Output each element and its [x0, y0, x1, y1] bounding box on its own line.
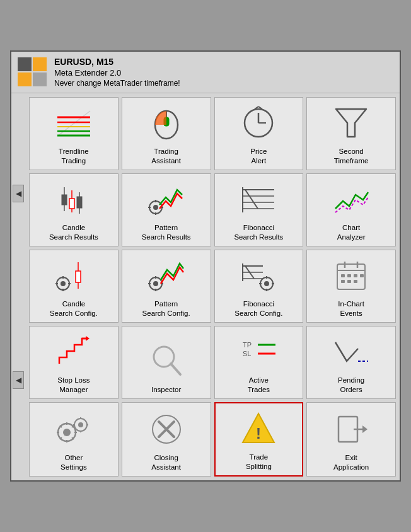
chart-analyzer-button[interactable]: ChartAnalyzer — [306, 173, 396, 246]
second-timeframe-button[interactable]: SecondTimeframe — [306, 97, 396, 170]
other-settings-label: OtherSettings — [61, 453, 87, 472]
price-alert-label: PriceAlert — [250, 147, 267, 166]
inspector-label: Inspector — [151, 385, 181, 395]
in-chart-events-label: In-ChartEvents — [338, 299, 364, 318]
svg-line-76 — [171, 364, 180, 374]
svg-rect-70 — [347, 280, 351, 283]
svg-point-46 — [153, 281, 158, 286]
exit-application-button[interactable]: ExitApplication — [306, 402, 396, 477]
fibonacci-search-config-icon — [238, 255, 279, 296]
candle-search-results-label: CandleSearch Results — [49, 223, 98, 242]
svg-text:!: ! — [256, 425, 261, 442]
product-label: Meta Extender 2.0 — [54, 68, 180, 78]
stop-loss-manager-button[interactable]: Stop LossManager — [29, 326, 119, 399]
active-trades-button[interactable]: TP SL ActiveTrades — [214, 326, 304, 399]
logo — [18, 57, 48, 88]
in-chart-events-icon — [331, 255, 371, 296]
pair-label: EURUSD, M15 — [54, 57, 180, 67]
active-trades-label: ActiveTrades — [248, 376, 270, 395]
closing-assistant-icon — [146, 409, 187, 449]
svg-rect-69 — [341, 280, 345, 283]
price-alert-button[interactable]: PriceAlert — [214, 97, 304, 170]
arrow-up-button[interactable]: ◀ — [13, 185, 24, 202]
svg-text:SL: SL — [243, 350, 251, 357]
svg-rect-44 — [76, 271, 81, 282]
grid-container: TrendlineTrading TradingAssistant — [25, 93, 400, 480]
trade-splitting-icon: ! — [238, 408, 279, 449]
svg-marker-18 — [336, 109, 366, 137]
trendline-trading-label: TrendlineTrading — [59, 147, 89, 166]
pattern-search-results-label: PatternSearch Results — [142, 223, 191, 242]
svg-rect-0 — [18, 57, 32, 71]
svg-rect-3 — [33, 72, 47, 86]
svg-rect-20 — [62, 195, 67, 205]
chart-analyzer-label: ChartAnalyzer — [337, 223, 366, 242]
svg-rect-24 — [77, 197, 82, 208]
trading-assistant-label: TradingAssistant — [151, 147, 181, 166]
second-timeframe-label: SecondTimeframe — [334, 147, 369, 166]
pattern-search-config-button[interactable]: PatternSearch Config. — [122, 250, 211, 323]
svg-rect-67 — [347, 274, 351, 277]
svg-rect-66 — [341, 274, 345, 277]
content-area: ◀ ◀ TrendlineTrading — [11, 93, 400, 480]
pattern-search-config-label: PatternSearch Config. — [142, 299, 190, 318]
trade-splitting-button[interactable]: ! TradeSplitting — [214, 402, 304, 477]
svg-point-52 — [264, 281, 269, 286]
in-chart-events-button[interactable]: In-ChartEvents — [306, 250, 396, 323]
svg-line-36 — [245, 190, 258, 209]
svg-rect-1 — [33, 57, 47, 71]
other-settings-button[interactable]: OtherSettings — [29, 402, 119, 477]
pattern-search-results-button[interactable]: PatternSearch Results — [122, 173, 211, 246]
svg-rect-2 — [18, 72, 32, 86]
left-side-arrows: ◀ ◀ — [11, 93, 25, 480]
price-alert-icon — [238, 103, 279, 143]
pattern-search-config-icon — [146, 255, 187, 296]
fibonacci-search-config-button[interactable]: FibonacciSearch Config. — [214, 250, 304, 323]
chart-analyzer-icon — [331, 179, 371, 219]
pending-orders-button[interactable]: PendingOrders — [306, 326, 396, 399]
closing-assistant-button[interactable]: ClosingAssistant — [122, 402, 211, 477]
trendline-trading-button[interactable]: TrendlineTrading — [29, 97, 119, 170]
svg-point-93 — [78, 422, 83, 427]
trade-splitting-label: TradeSplitting — [246, 453, 272, 471]
svg-rect-68 — [354, 274, 357, 277]
candle-search-results-button[interactable]: CandleSearch Results — [29, 173, 119, 246]
stop-loss-manager-icon — [54, 332, 94, 372]
svg-point-26 — [153, 205, 158, 210]
candle-search-config-label: CandleSearch Config. — [50, 299, 98, 318]
fibonacci-search-results-button[interactable]: FibonacciSearch Results — [214, 173, 304, 246]
stop-loss-manager-label: Stop LossManager — [57, 376, 90, 395]
second-timeframe-icon — [331, 103, 371, 143]
trendline-icon — [54, 103, 94, 143]
fibonacci-search-config-label: FibonacciSearch Config. — [234, 299, 282, 318]
inspector-button[interactable]: Inspector — [122, 326, 211, 399]
svg-rect-72 — [360, 274, 364, 277]
svg-rect-71 — [354, 280, 357, 283]
svg-rect-22 — [69, 199, 74, 209]
fibonacci-search-results-label: FibonacciSearch Results — [234, 223, 283, 242]
arrow-down-button[interactable]: ◀ — [13, 371, 24, 389]
exit-application-icon — [331, 409, 371, 449]
svg-line-4 — [57, 111, 90, 136]
pending-orders-label: PendingOrders — [338, 376, 364, 395]
svg-point-83 — [63, 429, 71, 436]
header-text: EURUSD, M15 Meta Extender 2.0 Never chan… — [54, 57, 180, 88]
svg-marker-105 — [362, 425, 368, 433]
candle-search-results-icon — [54, 179, 94, 219]
warning-label: Never change MetaTrader timeframe! — [54, 79, 180, 88]
svg-text:TP: TP — [243, 341, 252, 349]
fibonacci-search-results-icon — [238, 179, 279, 219]
trading-assistant-button[interactable]: TradingAssistant — [122, 97, 211, 170]
active-trades-icon: TP SL — [238, 332, 279, 372]
header: EURUSD, M15 Meta Extender 2.0 Never chan… — [11, 52, 400, 93]
svg-marker-74 — [86, 336, 90, 341]
candle-search-config-button[interactable]: CandleSearch Config. — [29, 250, 119, 323]
svg-point-38 — [61, 281, 66, 286]
closing-assistant-label: ClosingAssistant — [151, 453, 181, 472]
trading-assistant-icon — [146, 103, 187, 143]
other-settings-icon — [54, 409, 94, 449]
candle-search-config-icon — [54, 255, 94, 296]
inspector-icon — [146, 341, 187, 381]
pattern-search-results-icon — [146, 179, 187, 219]
pending-orders-icon — [331, 332, 371, 372]
